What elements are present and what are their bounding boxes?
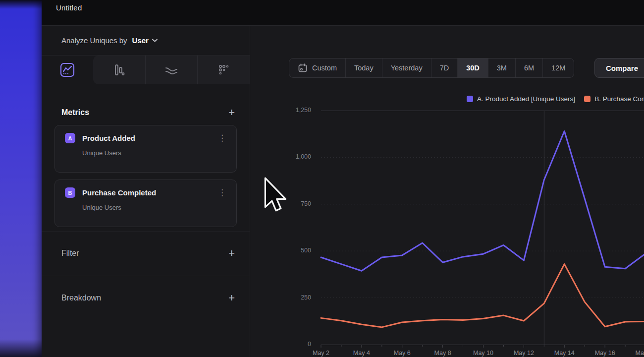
y-axis-tick-label: 250 (250, 294, 311, 301)
chart-type-tab-group (93, 56, 250, 84)
metric-subtitle[interactable]: Unique Users (82, 204, 228, 211)
metric-subtitle[interactable]: Unique Users (82, 149, 228, 157)
chart-panel: CustomTodayYesterday7D30D3M6M12M Compare… (250, 26, 644, 357)
x-axis-tick-label: May 14 (554, 350, 575, 357)
filter-title: Filter (61, 249, 79, 258)
section-divider (42, 231, 250, 232)
range-12m[interactable]: 12M (542, 59, 574, 77)
x-axis-tick-label: May 2 (313, 350, 329, 357)
metric-badge-b: B (65, 187, 75, 198)
x-axis-tick-label: May 6 (394, 350, 411, 357)
metrics-header: Metrics + (61, 105, 235, 120)
y-axis-tick-label: 1,000 (250, 153, 311, 160)
range-label: 7D (440, 64, 449, 72)
analyze-by-row: Analyze Uniques by User (42, 26, 250, 56)
metric-name: Product Added (82, 134, 209, 142)
document-title[interactable]: Untitled (56, 3, 82, 12)
range-today[interactable]: Today (345, 59, 382, 77)
add-metric-button[interactable]: + (228, 107, 235, 118)
filter-header: Filter + (61, 246, 235, 261)
kebab-menu-icon[interactable]: ⋮ (216, 187, 228, 198)
chevron-down-icon (152, 39, 158, 42)
series-line[interactable] (321, 131, 644, 271)
x-axis-tick-label: May 12 (514, 350, 534, 357)
query-sidebar: Analyze Uniques by User (42, 26, 250, 357)
analytics-app: Untitled Analyze Uniques by User (42, 0, 644, 357)
y-axis-tick-label: 1,250 (250, 107, 311, 114)
analyze-by-dropdown[interactable]: User (132, 36, 158, 45)
metric-name: Purchase Completed (82, 188, 209, 197)
compare-button[interactable]: Compare (594, 58, 644, 78)
line-chart-plot[interactable]: May 2May 4May 6May 8May 10May 12May 14Ma… (321, 111, 644, 357)
x-axis-tick-label: May 8 (434, 350, 451, 357)
bar-chart-icon (112, 63, 125, 76)
x-axis-tick-label: May 16 (595, 350, 615, 357)
y-axis-tick-label: 0 (250, 341, 311, 348)
legend-item[interactable]: A. Product Added [Unique Users] (467, 95, 575, 103)
range-label: Today (354, 64, 374, 72)
background-gradient-strip (0, 0, 42, 357)
tab-bar-chart[interactable] (93, 56, 145, 84)
range-30d[interactable]: 30D (457, 59, 488, 77)
metrics-title: Metrics (61, 108, 89, 117)
flows-icon (164, 63, 178, 77)
breakdown-header: Breakdown + (61, 291, 235, 305)
kebab-menu-icon[interactable]: ⋮ (216, 133, 228, 143)
x-axis-tick-label: May 4 (353, 350, 370, 357)
metric-card-a[interactable]: A Product Added ⋮ Unique Users (54, 125, 237, 173)
x-axis-tick-label: May 18 (636, 350, 644, 357)
chart-legend: A. Product Added [Unique Users]B. Purcha… (467, 95, 644, 103)
section-divider (42, 276, 250, 276)
y-axis-tick-label: 750 (250, 200, 311, 207)
range-label: Yesterday (391, 64, 423, 72)
legend-item[interactable]: B. Purchase Completed [Unique Users] (584, 95, 644, 103)
calendar-icon (298, 63, 308, 73)
range-yesterday[interactable]: Yesterday (382, 59, 431, 77)
retention-dots-icon (217, 63, 230, 76)
range-label: Custom (312, 64, 337, 72)
add-filter-button[interactable]: + (228, 248, 235, 259)
analyze-label: Analyze Uniques by (61, 36, 127, 45)
range-label: 6M (524, 64, 534, 72)
legend-swatch (467, 96, 473, 102)
range-label: 3M (497, 64, 507, 72)
range-custom[interactable]: Custom (289, 59, 345, 77)
y-axis-tick-label: 500 (250, 247, 311, 254)
range-3m[interactable]: 3M (488, 59, 515, 77)
tab-flows[interactable] (145, 56, 198, 84)
legend-label: A. Product Added [Unique Users] (477, 95, 575, 103)
analyze-by-value: User (132, 36, 149, 45)
range-6m[interactable]: 6M (515, 59, 542, 77)
breakdown-title: Breakdown (61, 294, 101, 302)
add-breakdown-button[interactable]: + (228, 293, 235, 303)
legend-swatch (584, 96, 590, 102)
line-chart-icon (60, 62, 75, 77)
top-bar: Untitled (42, 0, 644, 26)
range-label: 30D (466, 64, 480, 72)
series-line[interactable] (321, 264, 644, 327)
legend-label: B. Purchase Completed [Unique Users] (594, 95, 644, 103)
x-axis-tick-label: May 10 (473, 350, 493, 357)
chart-type-tabs (42, 56, 250, 84)
tab-retention[interactable] (197, 56, 250, 84)
app-window: Untitled Analyze Uniques by User (0, 0, 644, 357)
tab-line-chart[interactable] (42, 56, 93, 84)
metric-card-b[interactable]: B Purchase Completed ⋮ Unique Users (54, 179, 237, 227)
metric-badge-a: A (65, 133, 75, 143)
range-label: 12M (551, 64, 565, 72)
range-7d[interactable]: 7D (431, 59, 458, 77)
date-range-selector: CustomTodayYesterday7D30D3M6M12M (289, 58, 574, 78)
